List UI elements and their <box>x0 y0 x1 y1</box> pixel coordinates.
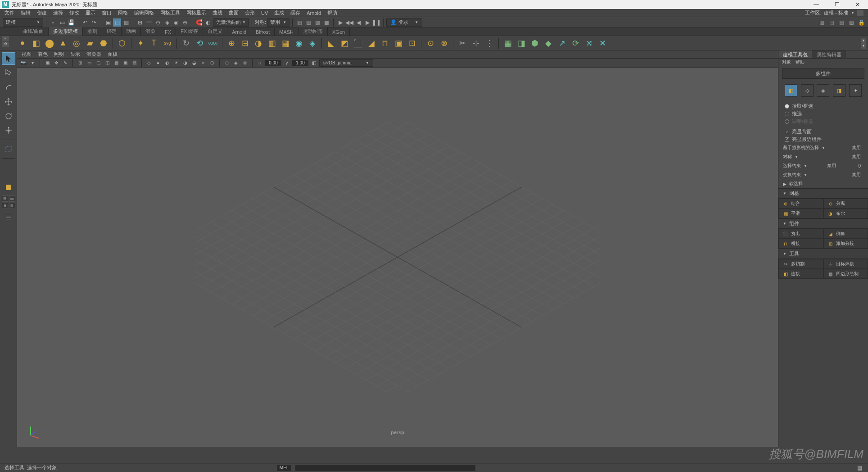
toggle-panel1-icon[interactable]: ▥ <box>818 18 826 27</box>
vp-bookmark-icon[interactable]: ▾ <box>29 59 36 67</box>
bevel-icon[interactable]: ◢ <box>366 38 377 49</box>
menu-generate[interactable]: 生成 <box>274 9 284 16</box>
menu-curves[interactable]: 曲线 <box>212 9 222 16</box>
comp-add-div[interactable]: ⊞添加分段 <box>823 239 868 249</box>
snap-together-icon[interactable]: ⟲ <box>194 38 205 49</box>
extrude-icon[interactable]: ⬛ <box>353 38 363 49</box>
snap-point-icon[interactable]: ⊙ <box>154 18 162 27</box>
vp-camera-icon[interactable]: 📷 <box>20 59 27 67</box>
vp-menu-renderer[interactable]: 渲染器 <box>86 51 101 58</box>
circularize-icon[interactable]: ⊙ <box>425 38 436 49</box>
vp-menu-shading[interactable]: 着色 <box>38 51 48 58</box>
shelf-tab-sculpt[interactable]: 雕刻 <box>83 27 102 36</box>
shelf-tab-xgen[interactable]: XGen <box>328 28 350 36</box>
multi-cut-icon[interactable]: ✂ <box>457 38 468 49</box>
smooth-icon[interactable]: ▦ <box>280 38 291 49</box>
vp-isolate-icon[interactable]: ⊙ <box>223 59 231 67</box>
bridge-icon[interactable]: ⊓ <box>380 38 390 49</box>
shelf-tab-render[interactable]: 渲染 <box>141 27 160 36</box>
symmetry-select[interactable]: 对称▼ 禁用 <box>778 152 868 161</box>
toggle-panel4-icon[interactable]: ▧ <box>847 18 855 27</box>
radio-marquee[interactable]: 拾取/框选 <box>785 102 862 110</box>
vp-use-lights-icon[interactable]: ☀ <box>172 59 180 67</box>
poly-plane-icon[interactable]: ▰ <box>85 38 95 49</box>
menu-mesh-tools[interactable]: 网格工具 <box>160 9 180 16</box>
vp-menu-view[interactable]: 视图 <box>22 51 32 58</box>
minimize-button[interactable]: — <box>806 0 827 9</box>
camera-based-select[interactable]: 基于摄影机的选择▼ 禁用 <box>778 143 868 152</box>
vp-xray-icon[interactable]: ◈ <box>232 59 240 67</box>
comp-bevel[interactable]: ◢倒角 <box>823 229 868 239</box>
shelf-tab-anim[interactable]: 动画 <box>122 27 141 36</box>
color-mgmt-dropdown[interactable]: sRGB gamma ▼ <box>319 59 373 67</box>
triangulate-icon[interactable]: ◣ <box>326 38 336 49</box>
toggle-panel2-icon[interactable]: ▤ <box>827 18 836 27</box>
remesh-icon[interactable]: ◈ <box>307 38 318 49</box>
poly-cylinder-icon[interactable]: ⬤ <box>44 38 55 49</box>
poly-cube-icon[interactable]: ◧ <box>31 38 41 49</box>
menu-edit[interactable]: 编辑 <box>21 9 31 16</box>
shelf-tab-arnold[interactable]: Arnold <box>227 28 251 36</box>
redo-icon[interactable]: ↷ <box>90 18 98 27</box>
workspace-icon[interactable] <box>857 10 863 16</box>
command-line-input[interactable] <box>295 465 475 471</box>
render-view-icon[interactable]: ▩ <box>322 18 330 27</box>
wedge-icon[interactable]: ↗ <box>556 38 567 49</box>
mesh-smooth[interactable]: ▦平滑 <box>778 209 823 218</box>
subtab-help[interactable]: 帮助 <box>796 59 805 65</box>
target-weld-icon[interactable]: ⊹ <box>470 38 481 49</box>
shelf-tab-poly[interactable]: 多边形建模 <box>49 27 83 36</box>
offset-icon[interactable]: ✕ <box>597 38 608 49</box>
new-scene-icon[interactable]: ▫ <box>49 18 57 27</box>
render-settings-icon[interactable]: ▨ <box>313 18 321 27</box>
append-icon[interactable]: ▣ <box>393 38 404 49</box>
menu-display[interactable]: 显示 <box>86 9 95 16</box>
shelf-editor[interactable]: ≡ ⚙ <box>2 36 11 47</box>
vp-aa-icon[interactable]: ⬡ <box>208 59 216 67</box>
vp-2d-pan-icon[interactable]: ✥ <box>53 59 60 67</box>
module-dropdown[interactable]: 建模 ▼ <box>3 18 43 27</box>
menu-help[interactable]: 帮助 <box>327 9 337 16</box>
tool-target-weld[interactable]: ⊹目标焊接 <box>823 259 868 269</box>
shelf-tab-custom[interactable]: 自定义 <box>203 27 227 36</box>
vp-safe-action-icon[interactable]: ▣ <box>122 59 129 67</box>
close-button[interactable]: ✕ <box>847 0 868 9</box>
vp-gate-mask-icon[interactable]: ◫ <box>104 59 111 67</box>
menu-select[interactable]: 选择 <box>53 9 63 16</box>
magnet-icon[interactable]: 🧲 <box>195 18 203 27</box>
shelf-tab-motion[interactable]: 运动图形 <box>298 27 328 36</box>
separate-icon[interactable]: ⊟ <box>240 38 250 49</box>
snap-grid-icon[interactable]: ⊞ <box>136 18 144 27</box>
slide-icon[interactable]: ⤨ <box>583 38 594 49</box>
sweep-icon[interactable]: ↻ <box>181 38 191 49</box>
snap-curve-icon[interactable]: 〰 <box>145 18 153 27</box>
vp-gamma-value[interactable]: 1.00 <box>292 60 308 66</box>
login-dropdown[interactable]: 👤 登录 ▼ <box>386 18 422 27</box>
crease-icon[interactable]: ◨ <box>516 38 527 49</box>
snap-center-icon[interactable]: ⊕ <box>181 18 189 27</box>
vp-res-gate-icon[interactable]: ▢ <box>95 59 102 67</box>
vp-menu-panels[interactable]: 面板 <box>108 51 118 58</box>
vp-film-gate-icon[interactable]: ▭ <box>86 59 93 67</box>
vp-grid-icon[interactable]: ⊞ <box>77 59 84 67</box>
shelf-menu-icon[interactable]: ≡ <box>2 36 9 41</box>
reset-xform-icon[interactable]: 0,0,0 <box>208 38 218 49</box>
undo-icon[interactable]: ↶ <box>81 18 89 27</box>
section-tools[interactable]: ▼工具 <box>778 249 868 259</box>
layout-2h-icon[interactable]: ▬ <box>9 195 15 202</box>
platonic-icon[interactable]: ⬡ <box>117 38 127 49</box>
comp-bridge[interactable]: ⊓桥接 <box>778 239 823 249</box>
layout-single-icon[interactable] <box>2 181 15 194</box>
check-highlight-nearest[interactable]: ✓亮显最近组件 <box>778 136 868 143</box>
subtab-object[interactable]: 对象 <box>782 59 791 65</box>
vp-exposure-icon[interactable]: ☼ <box>256 59 263 67</box>
poke-icon[interactable]: ◆ <box>543 38 554 49</box>
vp-field-chart-icon[interactable]: ▦ <box>113 59 120 67</box>
pause-icon[interactable]: ❚❚ <box>372 18 380 27</box>
boolean-icon[interactable]: ◑ <box>253 38 264 49</box>
show-manip-tool[interactable] <box>2 143 15 155</box>
symmetry-dropdown[interactable]: 禁用 ▼ <box>267 18 289 27</box>
lasso-tool[interactable] <box>2 67 15 79</box>
shelf-tab-mash[interactable]: MASH <box>275 28 298 36</box>
vp-exposure-value[interactable]: 0.00 <box>265 60 281 66</box>
